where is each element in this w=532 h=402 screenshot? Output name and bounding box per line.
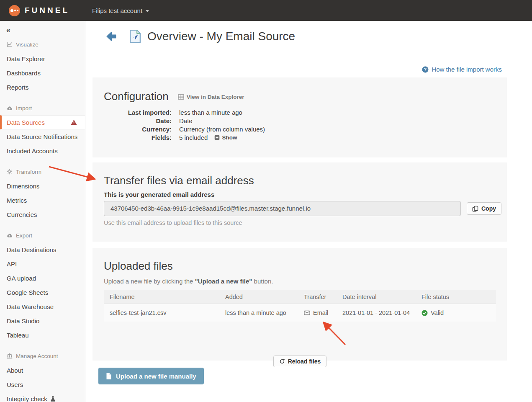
sidebar-item-currencies[interactable]: Currencies — [0, 207, 85, 222]
sidebar-item-data-destinations[interactable]: Data Destinations — [0, 242, 85, 257]
column-header-filename: Filename — [104, 294, 219, 300]
refresh-icon — [279, 358, 285, 364]
nav-section-visualize: Visualize — [0, 37, 85, 52]
topbar: FUNNEL Filips test account — [0, 0, 532, 21]
nav-section-manage-account: Manage Account — [0, 349, 85, 363]
sidebar-item-dimensions[interactable]: Dimensions — [0, 179, 85, 193]
column-header-transfer: Transfer — [298, 294, 337, 300]
sidebar-item-about[interactable]: About — [0, 363, 85, 377]
funnel-logo: FUNNEL — [9, 5, 69, 16]
configuration-title: Configuration — [104, 90, 169, 103]
chevron-down-icon — [146, 10, 149, 12]
file-icon — [106, 373, 112, 380]
view-in-data-explorer-link[interactable]: View in Data Explorer — [178, 94, 244, 100]
chart-line-icon — [7, 41, 13, 47]
column-header-date-interval: Date interval — [337, 294, 416, 300]
generated-email-label: This is your generated email address — [104, 191, 214, 198]
account-switcher[interactable]: Filips test account — [92, 0, 149, 21]
sidebar-item-tableau[interactable]: Tableau — [0, 328, 85, 342]
flask-icon — [50, 396, 56, 402]
sidebar-item-included-accounts[interactable]: Included Accounts — [0, 144, 85, 158]
sidebar-item-data-studio[interactable]: Data Studio — [0, 314, 85, 328]
bank-icon — [7, 353, 13, 359]
upload-new-file-button[interactable]: Upload a new file manually — [98, 368, 204, 384]
funnel-logo-icon — [9, 5, 20, 16]
plus-square-icon — [214, 135, 220, 140]
envelope-icon — [304, 310, 310, 315]
uploaded-files-panel: Uploaded files Upload a new file by clic… — [93, 248, 507, 361]
page-header: Overview - My Email Source — [85, 21, 532, 53]
generated-email-field[interactable]: 43706450-ed3b-46aa-9915-1c9e8aad15cd@fil… — [104, 201, 461, 216]
sidebar: « Visualize Data Explorer Dashboards Rep… — [0, 21, 85, 402]
sidebar-item-metrics[interactable]: Metrics — [0, 193, 85, 207]
nav-section-transform: Transform — [0, 165, 85, 179]
check-circle-icon — [421, 310, 428, 316]
nav-section-export: Export — [0, 228, 85, 242]
config-row-last-imported: Last imported: less than a minute ago — [104, 108, 265, 116]
cloud-upload-icon — [7, 105, 13, 111]
main-content: Overview - My Email Source ? How the fil… — [85, 21, 532, 402]
file-source-icon — [129, 29, 141, 44]
transfer-panel: Transfer files via email address This is… — [93, 162, 507, 242]
cloud-upload-icon — [7, 232, 13, 238]
sidebar-item-dashboards[interactable]: Dashboards — [0, 66, 85, 80]
gear-icon — [7, 169, 13, 175]
brand-name: FUNNEL — [25, 6, 69, 15]
question-circle-icon: ? — [422, 66, 429, 73]
cell-filename: selfies-test-jan21.csv — [104, 309, 219, 316]
svg-text:?: ? — [424, 67, 427, 72]
files-table: Filename Added Transfer Date interval Fi… — [104, 290, 496, 322]
sidebar-item-data-explorer[interactable]: Data Explorer — [0, 52, 85, 66]
sidebar-item-data-sources[interactable]: Data Sources — [0, 115, 85, 129]
column-header-file-status: File status — [416, 294, 496, 300]
cell-date-interval: 2021-01-01 - 2021-01-04 — [337, 309, 416, 316]
config-row-fields: Fields: 5 included Show — [104, 133, 265, 142]
sidebar-item-integrity-check[interactable]: Integrity check — [0, 392, 85, 402]
page-title: Overview - My Email Source — [147, 30, 295, 43]
config-row-date: Date: Date — [104, 116, 265, 125]
configuration-panel: Configuration View in Data Explorer Last… — [93, 77, 507, 157]
transfer-title: Transfer files via email address — [104, 174, 254, 187]
column-header-added: Added — [219, 294, 298, 300]
files-table-header: Filename Added Transfer Date interval Fi… — [104, 290, 496, 304]
reload-files-button[interactable]: Reload files — [273, 356, 327, 367]
sidebar-collapse-button[interactable]: « — [3, 25, 13, 35]
nav-section-import: Import — [0, 101, 85, 115]
copy-icon — [472, 206, 478, 212]
table-row: selfies-test-jan21.csv less than a minut… — [104, 304, 496, 322]
email-help-text: Use this email address to upload files t… — [104, 219, 242, 226]
back-arrow-button[interactable] — [106, 32, 116, 41]
sidebar-item-data-warehouse[interactable]: Data Warehouse — [0, 299, 85, 314]
cell-transfer: Email — [298, 309, 337, 316]
sidebar-item-users[interactable]: Users — [0, 377, 85, 392]
cell-file-status: Valid — [416, 309, 496, 316]
uploaded-files-title: Uploaded files — [104, 260, 173, 273]
show-fields-button[interactable]: Show — [214, 134, 237, 141]
table-icon — [178, 94, 184, 100]
sidebar-item-ga-upload[interactable]: GA upload — [0, 271, 85, 285]
sidebar-item-data-source-notifications[interactable]: Data Source Notifications — [0, 129, 85, 144]
copy-button[interactable]: Copy — [467, 202, 501, 215]
sidebar-item-reports[interactable]: Reports — [0, 80, 85, 94]
account-name: Filips test account — [92, 7, 142, 14]
help-link[interactable]: ? How the file import works — [422, 66, 502, 73]
upload-instruction: Upload a new file by clicking the "Uploa… — [104, 278, 273, 285]
cell-added: less than a minute ago — [219, 309, 298, 316]
sidebar-item-api[interactable]: API — [0, 257, 85, 271]
sidebar-item-google-sheets[interactable]: Google Sheets — [0, 285, 85, 299]
warning-triangle-icon — [71, 119, 77, 125]
config-row-currency: Currency: Currency (from column values) — [104, 125, 265, 133]
